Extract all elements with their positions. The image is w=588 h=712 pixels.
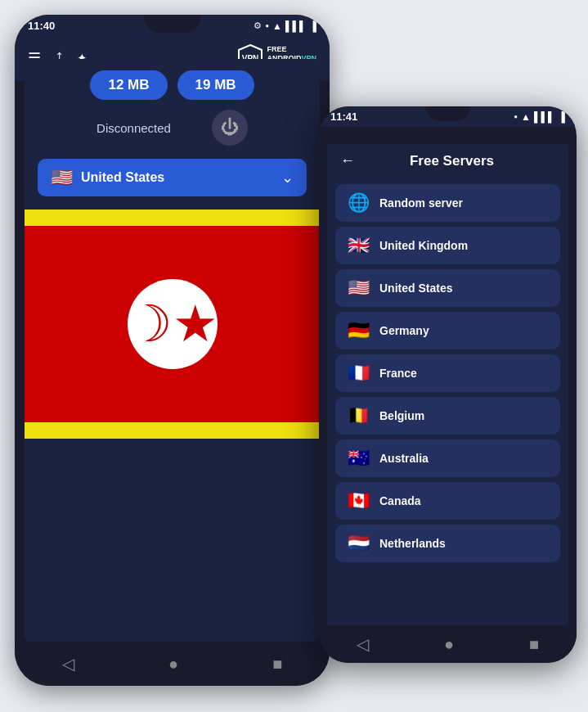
server-name-7: Canada bbox=[379, 494, 421, 507]
flag-stripe-bottom bbox=[25, 422, 320, 439]
wifi-icon2: ▲ bbox=[521, 111, 531, 123]
phone1-status-icons: ⚙ ● ▲ ▌▌▌ ▐ bbox=[254, 20, 316, 32]
connection-row: Disconnected ⏻ bbox=[25, 106, 320, 159]
phone2-time: 11:41 bbox=[330, 110, 357, 123]
server-name-6: Australia bbox=[379, 452, 429, 465]
phone1: 11:40 ⚙ ● ▲ ▌▌▌ ▐ ☰ ⤴ ✦ VPN FREE ANDROID… bbox=[15, 15, 330, 686]
flag-red-area: ☽★ bbox=[25, 226, 320, 422]
server-name-3: Germany bbox=[379, 324, 429, 337]
server-flag-6: 🇦🇺 bbox=[347, 448, 370, 469]
country-selector[interactable]: 🇺🇸 United States ⌄ bbox=[38, 159, 307, 196]
phone2-home-nav[interactable]: ● bbox=[444, 635, 454, 654]
connection-status: Disconnected bbox=[97, 121, 171, 135]
server-name-4: France bbox=[379, 367, 417, 380]
server-name-5: Belgium bbox=[379, 409, 424, 422]
phone2-status-icons: ● ▲ ▌▌▌ ▐ bbox=[514, 111, 565, 123]
server-item-7[interactable]: 🇨🇦Canada bbox=[335, 482, 560, 520]
crescent-star-icon: ☽★ bbox=[127, 299, 218, 349]
server-item-5[interactable]: 🇧🇪Belgium bbox=[335, 397, 560, 435]
server-name-8: Netherlands bbox=[379, 537, 446, 550]
signal-icon2: ▌▌▌ bbox=[534, 111, 555, 123]
phone1-time: 11:40 bbox=[28, 20, 55, 32]
server-flag-0: 🌐 bbox=[347, 192, 370, 214]
phone1-nav-bar: ◁ ● ■ bbox=[15, 642, 330, 686]
server-item-4[interactable]: 🇫🇷France bbox=[335, 354, 560, 392]
download-badge: 12 MB bbox=[90, 70, 167, 100]
server-flag-5: 🇧🇪 bbox=[347, 405, 370, 426]
server-item-2[interactable]: 🇺🇸United States bbox=[335, 269, 560, 307]
server-item-1[interactable]: 🇬🇧United Kingdom bbox=[335, 227, 560, 264]
phone1-screen: 12 MB 19 MB Disconnected ⏻ 🇺🇸 United Sta… bbox=[25, 59, 320, 642]
server-item-6[interactable]: 🇦🇺Australia bbox=[335, 439, 560, 477]
recent-nav-icon[interactable]: ■ bbox=[272, 655, 282, 674]
server-list: 🌐Random server🇬🇧United Kingdom🇺🇸United S… bbox=[327, 178, 568, 569]
server-item-8[interactable]: 🇳🇱Netherlands bbox=[335, 525, 560, 562]
screen-title: Free Servers bbox=[363, 153, 555, 169]
phone1-notch bbox=[144, 15, 201, 33]
server-flag-1: 🇬🇧 bbox=[347, 235, 370, 256]
phone2-back-nav[interactable]: ◁ bbox=[357, 634, 369, 654]
upload-badge: 19 MB bbox=[177, 70, 254, 100]
country-flag-display: ☽★ bbox=[25, 210, 320, 439]
battery-icon: ▐ bbox=[309, 20, 316, 32]
signal-icon: ▌▌▌ bbox=[285, 20, 307, 32]
data-usage-row: 12 MB 19 MB bbox=[25, 59, 320, 106]
server-flag-4: 🇫🇷 bbox=[347, 363, 370, 384]
wifi-icon: ▲ bbox=[272, 20, 282, 32]
back-nav-icon[interactable]: ◁ bbox=[62, 654, 74, 674]
server-name-1: United Kingdom bbox=[379, 239, 468, 252]
server-flag-2: 🇺🇸 bbox=[347, 277, 370, 299]
server-item-0[interactable]: 🌐Random server bbox=[335, 184, 560, 222]
power-icon: ⏻ bbox=[221, 117, 239, 138]
server-flag-3: 🇩🇪 bbox=[347, 320, 370, 341]
server-item-3[interactable]: 🇩🇪Germany bbox=[335, 312, 560, 349]
flag-stripe-top bbox=[25, 210, 320, 226]
battery-icon2: ▐ bbox=[558, 111, 565, 123]
phone2-recent-nav[interactable]: ■ bbox=[529, 635, 539, 654]
country-name: United States bbox=[81, 170, 273, 185]
dot-icon2: ● bbox=[514, 113, 518, 120]
server-name-0: Random server bbox=[379, 196, 463, 210]
server-flag-8: 🇳🇱 bbox=[347, 533, 370, 554]
power-button[interactable]: ⏻ bbox=[212, 110, 248, 146]
flag-circle: ☽★ bbox=[128, 279, 218, 369]
phone2: 11:41 ● ▲ ▌▌▌ ▐ ← Free Servers 🌐Random s… bbox=[319, 106, 577, 663]
phone2-screen: ← Free Servers 🌐Random server🇬🇧United Ki… bbox=[327, 144, 568, 625]
home-nav-icon[interactable]: ● bbox=[168, 655, 178, 674]
country-flag: 🇺🇸 bbox=[51, 167, 73, 188]
phone2-nav-bar: ◁ ● ■ bbox=[319, 625, 577, 663]
phone2-header: ← Free Servers bbox=[327, 144, 568, 178]
chevron-down-icon: ⌄ bbox=[281, 169, 294, 187]
back-button[interactable]: ← bbox=[340, 152, 355, 169]
server-flag-7: 🇨🇦 bbox=[347, 490, 370, 511]
settings-icon: ⚙ bbox=[254, 20, 262, 31]
server-name-2: United States bbox=[379, 282, 452, 295]
dot-icon: ● bbox=[265, 22, 269, 29]
